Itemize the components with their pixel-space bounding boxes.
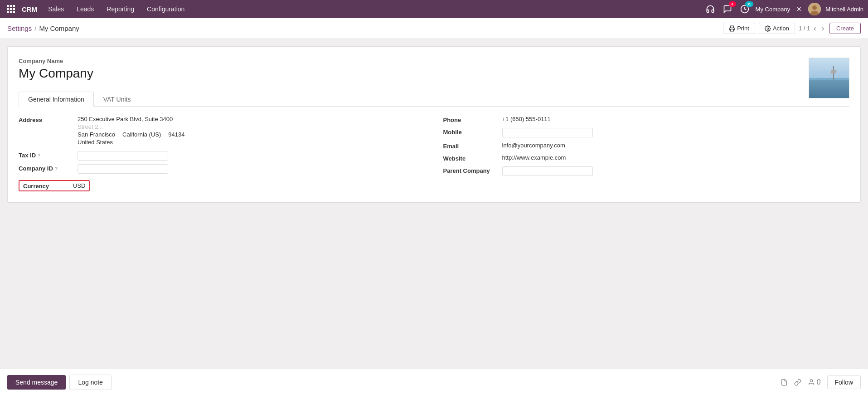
parent-company-input[interactable] xyxy=(502,166,593,176)
chat-badge: 4 xyxy=(729,1,736,7)
company-name-nav[interactable]: My Company xyxy=(756,6,790,13)
breadcrumb-parent[interactable]: Settings xyxy=(7,24,32,32)
nav-leads[interactable]: Leads xyxy=(71,0,99,18)
main-content: Company Name My Company General Informat… xyxy=(0,39,868,369)
company-name-label: Company Name xyxy=(19,58,849,64)
toolbar: Print Action 1 / 1 ‹ › Create xyxy=(723,23,861,34)
currency-value[interactable]: USD xyxy=(73,182,85,189)
address-country[interactable]: United States xyxy=(78,139,185,146)
attachment-icon-button[interactable] xyxy=(781,379,788,386)
address-zip[interactable]: 94134 xyxy=(168,131,184,138)
clock-badge: 35 xyxy=(745,1,753,7)
pager-text: 1 / 1 xyxy=(799,25,810,32)
company-id-input[interactable] xyxy=(78,164,168,174)
svg-rect-5 xyxy=(13,8,15,10)
svg-rect-6 xyxy=(7,11,9,14)
company-name-heading: My Company xyxy=(19,66,849,81)
pager-next[interactable]: › xyxy=(820,24,826,34)
currency-row-wrapper: Currency USD xyxy=(19,180,425,191)
follow-button[interactable]: Follow xyxy=(827,375,861,389)
app-name[interactable]: CRM xyxy=(22,5,37,13)
create-button[interactable]: Create xyxy=(829,23,861,34)
svg-rect-4 xyxy=(10,8,12,10)
bottom-right-section: 0 Follow xyxy=(781,375,861,389)
tab-general-information[interactable]: General Information xyxy=(19,92,94,107)
company-id-help[interactable]: ? xyxy=(54,166,58,171)
breadcrumb-separator: / xyxy=(34,24,36,32)
nav-right-section: 4 35 My Company ✕ Mitchell Admin xyxy=(704,3,863,15)
print-label: Print xyxy=(737,25,749,32)
form-fields: Address 250 Executive Park Blvd, Suite 3… xyxy=(19,116,849,191)
address-field-row: Address 250 Executive Park Blvd, Suite 3… xyxy=(19,116,425,146)
nav-reporting[interactable]: Reporting xyxy=(101,0,140,18)
action-label: Action xyxy=(773,25,789,32)
nav-sales[interactable]: Sales xyxy=(43,0,69,18)
email-label: Email xyxy=(443,142,502,150)
pager-prev[interactable]: ‹ xyxy=(812,24,818,34)
chat-icon-button[interactable]: 4 xyxy=(721,3,734,15)
tax-id-input[interactable] xyxy=(78,151,168,161)
address-line1[interactable]: 250 Executive Park Blvd, Suite 3400 xyxy=(78,116,185,122)
svg-point-15 xyxy=(810,380,812,382)
address-city-row: San Francisco California (US) 94134 xyxy=(78,131,185,138)
company-id-label: Company ID ? xyxy=(19,164,78,172)
gear-icon xyxy=(765,25,771,32)
left-section: Address 250 Executive Park Blvd, Suite 3… xyxy=(19,116,425,191)
address-street2[interactable]: Street 2... xyxy=(78,123,185,130)
printer-icon xyxy=(729,25,735,32)
clock-icon-button[interactable]: 35 xyxy=(738,3,751,15)
website-label: Website xyxy=(443,154,502,162)
pager: 1 / 1 ‹ › xyxy=(799,24,826,34)
log-note-button[interactable]: Log note xyxy=(69,375,112,390)
print-button[interactable]: Print xyxy=(723,23,755,34)
apps-menu-button[interactable] xyxy=(5,3,17,15)
address-value: 250 Executive Park Blvd, Suite 3400 Stre… xyxy=(78,116,185,146)
address-label: Address xyxy=(19,116,78,123)
phone-value[interactable]: +1 (650) 555-0111 xyxy=(502,116,551,122)
svg-rect-0 xyxy=(7,5,9,7)
svg-point-14 xyxy=(767,28,769,29)
currency-label: Currency xyxy=(23,182,73,190)
currency-field-row: Currency USD xyxy=(19,180,90,191)
svg-rect-1 xyxy=(10,5,12,7)
followers-button[interactable]: 0 xyxy=(808,378,821,386)
mobile-input[interactable] xyxy=(502,128,593,137)
mobile-field-row: Mobile xyxy=(443,128,850,137)
website-value[interactable]: http://www.example.com xyxy=(502,154,566,161)
email-field-row: Email info@yourcompany.com xyxy=(443,142,850,150)
user-name-nav[interactable]: Mitchell Admin xyxy=(825,6,863,13)
form-tabs: General Information VAT Units xyxy=(19,92,849,107)
support-icon-button[interactable] xyxy=(704,3,717,15)
phone-field-row: Phone +1 (650) 555-0111 xyxy=(443,116,850,123)
followers-count: 0 xyxy=(817,378,821,386)
svg-rect-7 xyxy=(10,11,12,14)
svg-point-11 xyxy=(812,5,817,10)
form-card: Company Name My Company General Informat… xyxy=(7,46,861,203)
avatar[interactable] xyxy=(808,3,821,15)
email-value[interactable]: info@yourcompany.com xyxy=(502,142,565,149)
company-logo[interactable] xyxy=(809,58,849,98)
address-state[interactable]: California (US) xyxy=(122,131,161,138)
nav-configuration[interactable]: Configuration xyxy=(141,0,190,18)
tab-vat-units[interactable]: VAT Units xyxy=(94,92,141,107)
address-city[interactable]: San Francisco xyxy=(78,131,115,138)
mobile-label: Mobile xyxy=(443,128,502,136)
company-id-field-row: Company ID ? xyxy=(19,164,425,174)
tax-id-label: Tax ID ? xyxy=(19,151,78,159)
action-button[interactable]: Action xyxy=(759,23,795,34)
bottom-bar: Send message Log note 0 Follow xyxy=(0,369,868,395)
tax-id-help[interactable]: ? xyxy=(38,153,41,158)
breadcrumb-bar: Settings / My Company Print Action 1 / 1… xyxy=(0,18,868,39)
top-navigation: CRM Sales Leads Reporting Configuration … xyxy=(0,0,868,18)
right-section: Phone +1 (650) 555-0111 Mobile Email inf… xyxy=(443,116,850,191)
phone-label: Phone xyxy=(443,116,502,123)
svg-rect-2 xyxy=(13,5,15,7)
wrench-icon-button[interactable]: ✕ xyxy=(795,4,804,15)
tax-id-field-row: Tax ID ? xyxy=(19,151,425,161)
parent-company-label: Parent Company xyxy=(443,166,502,174)
link-icon-button[interactable] xyxy=(794,379,801,386)
send-message-button[interactable]: Send message xyxy=(7,375,66,390)
parent-company-field-row: Parent Company xyxy=(443,166,850,176)
breadcrumb: Settings / My Company xyxy=(7,24,79,32)
breadcrumb-current: My Company xyxy=(39,24,79,32)
